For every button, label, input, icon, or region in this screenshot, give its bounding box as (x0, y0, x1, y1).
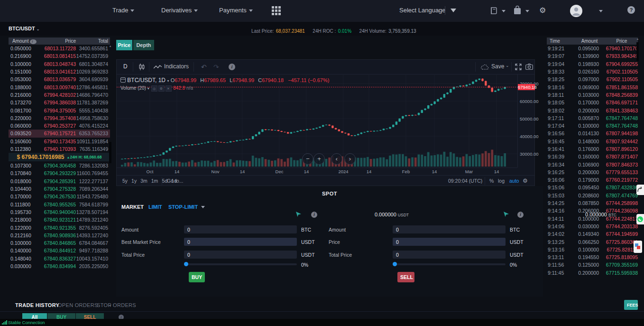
orderbook-bid-row[interactable]: 0.14000067840.8449129497.718288 (9, 247, 110, 254)
nav-payments[interactable]: Payments (219, 7, 253, 14)
zoom-out-button[interactable]: − (302, 153, 313, 165)
nav-derivatives[interactable]: Derivatives (161, 7, 198, 14)
info-icon[interactable]: i (517, 212, 524, 218)
orderbook-bid-row[interactable]: 0.21800067840.92312114789.321240 (9, 216, 110, 224)
legend-symbol[interactable]: BTC/USDT, 1D (127, 77, 166, 84)
orders-book-icon[interactable] (490, 7, 498, 15)
wallet-bag-icon[interactable] (514, 6, 521, 15)
camera-icon[interactable] (525, 64, 533, 70)
chevron-down-icon[interactable] (502, 10, 506, 12)
orderbook-bid-row[interactable]: 0.17084067904.29322911600.769455 (9, 169, 110, 177)
orderbook-bid-row[interactable]: 0.03000067840.8349942035.225050 (9, 262, 110, 270)
tab-market[interactable]: MARKET (121, 204, 144, 210)
orderbook-bid-row[interactable]: 0.21216067840.90893614393.127240 (9, 232, 110, 239)
trade-row[interactable]: 9:18:330.02616067902.110505 (547, 68, 638, 75)
info-icon[interactable]: i (229, 64, 235, 70)
settings-icon[interactable]: ⚙ (158, 85, 165, 92)
orderbook-bid-row[interactable]: 0.01800067904.2853911222.277137 (9, 177, 110, 185)
fullscreen-icon[interactable] (515, 64, 522, 70)
chart-plot-area[interactable]: BTC/USDT, 1D ▾ O67948.99 H67989.65 L6794… (117, 74, 517, 168)
info-icon[interactable]: i (311, 212, 317, 218)
orderbook-bid-row[interactable]: 0.11180067840.9552657584.618799 (9, 200, 110, 208)
candles-style-icon[interactable] (138, 64, 145, 70)
sell-slider-handle[interactable] (393, 262, 397, 266)
scroll-up-icon[interactable]: ▲ (109, 45, 112, 47)
buy-price-input[interactable] (184, 238, 297, 246)
orderbook-ask-row[interactable]: 0.15100068013.04161210269.969283 (9, 68, 110, 75)
chat-widget[interactable] (636, 214, 644, 224)
orderbook-bid-row[interactable]: 0.10440067904.2753287089.206344 (9, 185, 110, 193)
orderbook-bid-row[interactable]: 0.10730067904.3064587286.132083 (9, 162, 110, 169)
help-icon[interactable]: ? (627, 6, 635, 14)
info-icon[interactable]: i (30, 39, 37, 44)
orderbook-ask-row[interactable]: 0.22000067994.35740814958.758630 (9, 114, 110, 122)
trade-row[interactable]: 9:19:040.19893067904.699255 (547, 60, 638, 68)
trade-row[interactable]: 9:16:250.20000067779.655133 (547, 168, 638, 176)
orderbook-ask-row[interactable]: 0.09352067940.1757216353.765233 (9, 130, 110, 137)
scroll-up-icon[interactable]: ▲ (636, 37, 639, 40)
transfer-icon[interactable] (295, 211, 302, 217)
orderbook-bid-row[interactable]: 0.19573067840.94004013278.507194 (9, 208, 110, 216)
pair-selector[interactable]: BTC/USDT ⌄ (9, 26, 39, 31)
transfer-icon[interactable] (503, 211, 509, 217)
goto-button[interactable]: Go to... (167, 178, 183, 184)
chevron-down-icon[interactable]: ⌄ (506, 63, 509, 68)
chevron-down-icon[interactable]: ▾ (147, 86, 149, 91)
trade-row[interactable]: 9:11:450.20000067715.595938 (547, 269, 638, 277)
trade-row[interactable]: 9:13:250.06625067725.860361 (547, 238, 638, 245)
orderbook-ask-row[interactable]: 0.21600067994.42810214686.796470 (9, 91, 110, 99)
percent-scale-button[interactable]: % (489, 178, 494, 184)
support-widget[interactable] (634, 241, 642, 253)
orderbook-ask-row[interactable]: 0.05300068013.0365793604.690939 (9, 75, 110, 83)
trade-row[interactable]: 9:13:160.10000067725.828111 (547, 246, 638, 253)
orderbook-ask-row[interactable]: 0.08170067994.3750055555.140438 (9, 106, 110, 114)
sell-button[interactable]: SELL (397, 272, 414, 282)
scrollbar-thumb[interactable] (636, 42, 639, 61)
settings-gear-icon[interactable]: ⚙ (539, 6, 546, 15)
chevron-down-icon[interactable] (525, 10, 529, 12)
nav-trade[interactable]: Trade (112, 7, 134, 14)
trade-row[interactable]: 9:11:560.12500067709.355169 (547, 261, 638, 269)
tab-limit[interactable]: LIMIT (148, 204, 162, 210)
orderbook-ask-row[interactable]: 0.10000068013.0487436801.304874 (9, 60, 110, 68)
trade-row[interactable]: 9:16:560.01413067807.944198 (547, 130, 638, 137)
select-language[interactable]: Select Language (399, 7, 446, 14)
trade-row[interactable]: 9:13:110.19455067725.818095 (547, 253, 638, 261)
trade-row[interactable]: 9:19:210.09500067940.170170 (547, 45, 638, 52)
buy-amount-input[interactable] (184, 225, 297, 233)
share-widget[interactable] (636, 185, 644, 195)
apps-grid-icon[interactable] (272, 6, 281, 15)
trade-row[interactable]: 9:15:030.20860067807.474769 (547, 192, 638, 199)
orderbook-bid-row[interactable]: 0.17000067904.26753011543.725480 (9, 193, 110, 200)
volume-label[interactable]: Volume (20) (120, 85, 146, 91)
trade-row[interactable]: 9:17:110.00587067847.764748 (547, 114, 638, 122)
trade-row[interactable]: 9:17:040.10000067847.764748 (547, 122, 638, 130)
buy-total-input[interactable] (184, 251, 297, 259)
trade-row[interactable]: 9:18:110.10300067848.256839 (547, 91, 638, 99)
trade-row[interactable]: 9:18:160.06900067851.861558 (547, 83, 638, 91)
visibility-icon[interactable]: ◎ (151, 85, 157, 92)
language-dropdown-icon[interactable] (451, 9, 456, 12)
scroll-right-button[interactable]: › (344, 153, 356, 165)
trade-row[interactable]: 9:18:050.17000067846.697171 (547, 99, 638, 106)
interval-button[interactable]: D (123, 63, 128, 70)
trade-row[interactable]: 9:16:450.14800067807.924442 (547, 138, 638, 145)
sell-price-input[interactable] (393, 238, 506, 246)
zoom-in-button[interactable]: + (313, 153, 325, 165)
scroll-left-button[interactable]: ‹ (331, 153, 342, 165)
range-1m[interactable]: 1m (151, 178, 158, 184)
indicators-button[interactable]: Indicators (164, 63, 189, 70)
tab-depth[interactable]: Depth (133, 40, 154, 50)
cloud-icon[interactable] (481, 65, 489, 70)
orderbook-ask-row[interactable]: 0.05000068013.1172283400.655861 (9, 45, 110, 52)
buy-slider[interactable] (184, 263, 297, 265)
trade-row[interactable]: 9:19:070.13990067933.984349 (547, 52, 638, 60)
orderbook-ask-row[interactable]: 0.16060067940.17343510911.191854 (9, 138, 110, 145)
save-button[interactable]: Save (491, 63, 504, 70)
trade-row[interactable]: 9:14:250.08785067744.258998 (547, 199, 638, 207)
undo-icon[interactable]: ↶ (201, 63, 207, 71)
orderbook-scrollbar[interactable]: ▲ ▼ (109, 45, 112, 308)
log-scale-button[interactable]: log (498, 178, 505, 184)
chevron-down-icon[interactable] (201, 206, 205, 208)
tab-price[interactable]: Price (116, 40, 132, 50)
